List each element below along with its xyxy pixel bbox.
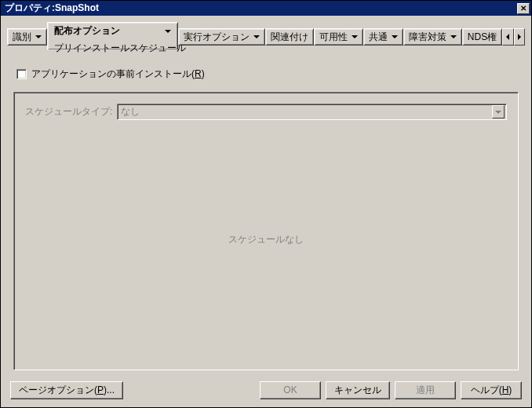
schedule-panel: スケジュールタイプ: なし スケジュールなし [13,92,519,370]
cancel-button[interactable]: キャンセル [326,381,390,399]
dialog-body: 識別 配布オプション プリインストールスケジュール 実行オプション 関連付け 可… [1,16,531,407]
tab-run-options[interactable]: 実行オプション [178,28,265,46]
chevron-down-icon [392,35,398,38]
pre-install-checkbox[interactable] [16,69,27,79]
close-button[interactable]: ✕ [517,3,530,14]
schedule-type-label: スケジュールタイプ: [25,105,112,118]
chevron-down-icon [450,35,457,38]
tab-label: 共通 [369,31,388,44]
tab-label: 障害対策 [409,31,446,44]
titlebar: プロパティ:SnapShot ✕ [1,1,531,16]
tab-label: 識別 [13,31,31,44]
tab-fault-tolerance[interactable]: 障害対策 [403,28,462,46]
tab-sublabel: プリインストールスケジュール [54,42,186,55]
tab-distribution-options[interactable]: 配布オプション プリインストールスケジュール [47,22,178,50]
tab-label: 可用性 [319,31,348,44]
schedule-empty-message: スケジュールなし [25,120,507,359]
pre-install-label: アプリケーションの事前インストール(R) [31,67,205,81]
chevron-left-icon [506,34,509,40]
chevron-down-icon [35,35,42,38]
combo-dropdown-button[interactable] [492,105,505,118]
chevron-right-icon [518,34,521,40]
tab-label: NDS権 [468,31,497,44]
chevron-down-icon [165,30,171,33]
tab-nds-rights[interactable]: NDS権 [462,28,502,46]
tab-availability[interactable]: 可用性 [314,28,363,46]
tab-content: アプリケーションの事前インストール(R) スケジュールタイプ: なし スケジュー… [7,64,525,377]
tab-association[interactable]: 関連付け [265,28,314,46]
ok-button[interactable]: OK [260,381,321,399]
window-title: プロパティ:SnapShot [2,2,517,15]
chevron-down-icon [495,111,501,114]
schedule-type-value: なし [121,105,492,118]
tab-strip: 識別 配布オプション プリインストールスケジュール 実行オプション 関連付け 可… [7,22,525,52]
chevron-down-icon [352,35,358,38]
schedule-type-row: スケジュールタイプ: なし [25,104,507,120]
tab-scroll-left[interactable] [502,28,513,46]
tab-label: 配布オプション [54,24,120,38]
dialog-button-row: ページオプション(P)... OK キャンセル 適用 ヘルプ(H) [7,377,525,401]
tab-scroll-right[interactable] [514,28,525,46]
tab-label: 関連付け [271,31,308,44]
tab-label: 実行オプション [184,31,250,44]
chevron-down-icon [253,35,260,38]
tab-identify[interactable]: 識別 [7,28,47,46]
properties-dialog: プロパティ:SnapShot ✕ 識別 配布オプション プリインストールスケジュ… [0,0,532,408]
pre-install-row: アプリケーションの事前インストール(R) [16,67,519,81]
tab-common[interactable]: 共通 [363,28,403,46]
apply-button[interactable]: 適用 [395,381,456,399]
help-button[interactable]: ヘルプ(H) [461,381,522,399]
page-options-button[interactable]: ページオプション(P)... [10,381,123,399]
schedule-type-combo[interactable]: なし [117,104,507,120]
